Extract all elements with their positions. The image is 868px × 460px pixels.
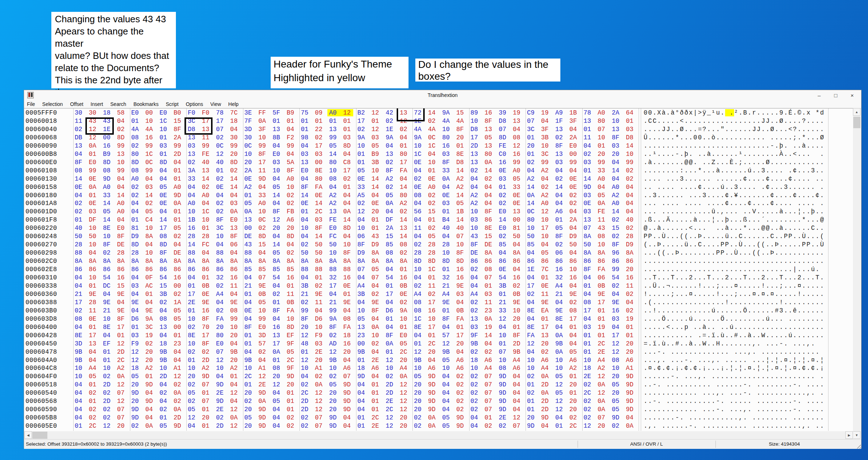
hex-byte[interactable]: 02 (131, 422, 139, 429)
hex-byte[interactable]: 05 (386, 192, 393, 199)
hex-byte[interactable]: D8 (456, 159, 464, 166)
hex-byte[interactable]: 9E (569, 291, 577, 298)
hex-byte[interactable]: 05 (428, 233, 435, 240)
hex-byte[interactable]: 33 (513, 183, 521, 191)
hex-byte[interactable]: 21 (244, 282, 252, 289)
hex-byte[interactable]: 8A (372, 257, 379, 265)
hex-byte[interactable]: 04 (287, 150, 294, 158)
hex-byte[interactable]: 04 (272, 389, 280, 396)
hex-byte[interactable]: 50 (527, 233, 535, 240)
hex-byte[interactable]: 9E (117, 307, 125, 314)
hex-byte[interactable]: 2D (202, 357, 209, 364)
hex-byte[interactable]: 9E (230, 299, 238, 306)
hex-byte[interactable]: FE (598, 208, 605, 215)
hex-byte[interactable]: 1C (414, 150, 421, 158)
hex-byte[interactable]: 08 (598, 233, 605, 240)
hex-byte[interactable]: 02 (414, 414, 421, 421)
hex-byte[interactable]: E0 (258, 324, 266, 331)
hex-byte[interactable]: 3C (541, 150, 549, 158)
ascii-cell[interactable]: ........:...*...à......ú..3.... .¢...3.. (644, 167, 825, 174)
hex-byte[interactable]: 86 (131, 266, 139, 273)
ascii-cell[interactable]: ....JJ..Ø...=?..."......JJ..Ø...<?...... (644, 126, 825, 133)
hex-byte[interactable]: 02 (527, 159, 535, 166)
hex-byte[interactable]: 17 (159, 224, 167, 232)
hex-byte[interactable]: 02 (117, 126, 125, 133)
hex-byte[interactable]: 02 (216, 200, 224, 207)
hex-byte[interactable]: 3D (258, 332, 266, 339)
hex-byte[interactable]: 85 (258, 266, 266, 273)
hex-byte[interactable]: 04 (159, 208, 167, 215)
hex-byte[interactable]: 02 (386, 117, 393, 125)
hex-byte[interactable]: DE (117, 241, 125, 248)
hex-byte[interactable]: 5F (272, 109, 280, 116)
hex-byte[interactable]: 10 (216, 364, 224, 372)
hex-byte[interactable]: 16 (442, 142, 450, 149)
hex-byte[interactable]: 9D (499, 381, 506, 388)
hex-byte[interactable]: 04 (75, 192, 82, 199)
hex-byte[interactable]: FA (400, 167, 407, 174)
hex-byte[interactable]: 80 (400, 150, 407, 158)
menu-item-script[interactable]: Script (162, 101, 182, 107)
hex-byte[interactable]: 0B (598, 282, 605, 289)
hex-byte[interactable]: 00 (244, 224, 252, 232)
hex-byte[interactable]: 8A (386, 257, 393, 265)
hex-byte[interactable]: 02 (301, 414, 308, 421)
hex-byte[interactable]: 07 (485, 373, 492, 380)
hex-byte[interactable]: A4 (555, 282, 563, 289)
hex-byte[interactable]: 02 (301, 241, 308, 248)
hex-byte[interactable]: C4 (145, 216, 153, 223)
hex-byte[interactable]: 04 (584, 142, 591, 149)
hex-byte[interactable]: 04 (414, 167, 421, 174)
hex-byte[interactable]: 17 (202, 332, 209, 339)
menu-item-search[interactable]: Search (107, 101, 130, 107)
hex-byte[interactable]: 20 (598, 150, 605, 158)
hex-byte[interactable]: 2A (569, 216, 577, 223)
hex-byte[interactable]: 9B (159, 348, 167, 356)
hex-byte[interactable]: 9D (343, 398, 351, 405)
hex-byte[interactable]: 14 (159, 216, 167, 223)
hex-byte[interactable]: 40 (456, 224, 464, 232)
menu-item-bookmarks[interactable]: Bookmarks (130, 101, 162, 107)
hex-byte[interactable]: 10 (358, 224, 365, 232)
hex-byte[interactable]: 08 (499, 364, 506, 372)
hex-byte[interactable]: 10 (75, 373, 82, 380)
hex-byte[interactable]: 01 (287, 389, 294, 396)
hex-byte[interactable]: 10 (188, 340, 195, 347)
hex-byte[interactable]: 01 (202, 389, 209, 396)
hex-byte[interactable]: 14 (485, 332, 492, 339)
hex-byte[interactable]: 01 (626, 332, 634, 339)
hex-byte[interactable]: 0E (499, 266, 506, 273)
hex-byte[interactable]: 17 (527, 282, 535, 289)
hex-byte[interactable]: 86 (230, 266, 238, 273)
ascii-cell[interactable]: ..!............ú......Ö......#3..ê...... (644, 307, 825, 314)
hex-byte[interactable]: 02 (89, 406, 96, 413)
hex-byte[interactable]: A6 (485, 357, 492, 364)
hex-byte[interactable]: 00 (174, 282, 181, 289)
hex-byte[interactable]: 8F (258, 150, 266, 158)
hex-byte[interactable]: 02 (456, 398, 464, 405)
hex-byte[interactable]: 04 (414, 200, 421, 207)
hex-byte[interactable]: 02 (287, 192, 294, 199)
hex-byte[interactable]: 01 (272, 117, 280, 125)
hex-byte[interactable]: 18 (103, 109, 111, 116)
hex-byte[interactable]: 14 (188, 241, 195, 248)
hex-byte[interactable]: 20 (287, 381, 294, 388)
hex-byte[interactable]: 00 (315, 159, 322, 166)
hex-byte[interactable]: 04 (117, 183, 125, 191)
hex-byte[interactable]: 2D (159, 373, 167, 380)
hex-byte[interactable]: 33 (442, 167, 450, 174)
hex-byte[interactable]: 04 (626, 183, 634, 191)
hex-byte[interactable]: A6 (372, 364, 379, 372)
hex-byte[interactable]: 12 (343, 109, 353, 116)
hex-byte[interactable]: 01 (358, 414, 365, 421)
ascii-cell[interactable]: ..-. .......... ......-. ........-. .... (644, 381, 825, 388)
hex-byte[interactable]: 8D (230, 159, 238, 166)
hex-byte[interactable]: 8A (174, 257, 181, 265)
hex-byte[interactable]: 02 (103, 414, 111, 421)
hex-byte[interactable]: E0 (117, 224, 125, 232)
hex-byte[interactable]: 05 (174, 315, 181, 322)
hex-byte[interactable]: 8F (555, 142, 563, 149)
hex-byte[interactable]: 10 (541, 233, 549, 240)
hex-byte[interactable]: 3B (301, 282, 308, 289)
hex-byte[interactable]: 02 (244, 398, 252, 405)
